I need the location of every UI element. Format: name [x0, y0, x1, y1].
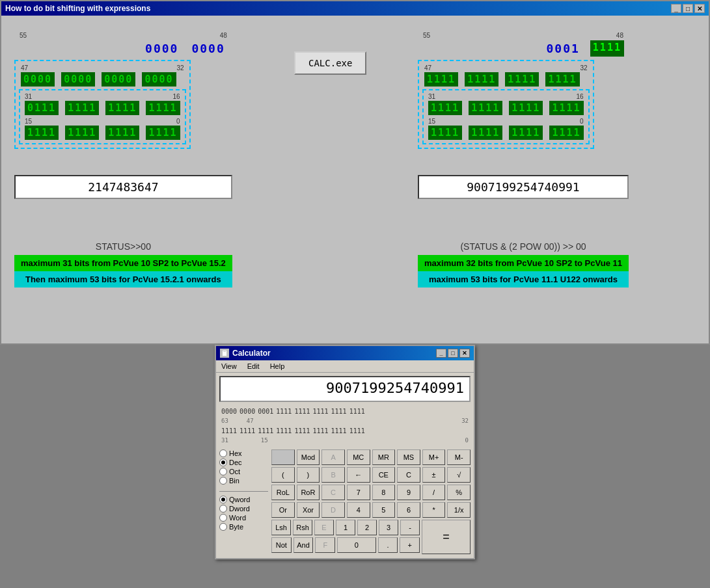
left-top-bits-1: 0000: [189, 40, 227, 57]
btn-RoR[interactable]: RoR: [297, 485, 320, 500]
btn-B[interactable]: B: [321, 467, 345, 483]
calc-buttons-area: Mod A MC MR MS M+ M- ( ) B ← CE C ± √: [271, 449, 471, 555]
btn-divide[interactable]: /: [422, 485, 446, 500]
btn-percent[interactable]: %: [447, 485, 471, 500]
btn-MC[interactable]: MC: [347, 449, 370, 465]
left-row3-3: 1111: [146, 126, 180, 140]
calc-bit-0000-2: 0000: [239, 407, 255, 416]
btn-backspace[interactable]: ←: [347, 467, 370, 483]
btn-Rsh[interactable]: Rsh: [293, 520, 312, 535]
btn-D[interactable]: D: [321, 502, 345, 518]
btn-rparen[interactable]: ): [297, 467, 320, 483]
calc-label-63: 63: [221, 417, 228, 425]
btn-Lsh[interactable]: Lsh: [271, 520, 291, 535]
left-bit0: 0: [176, 118, 180, 125]
main-window: How to do bit shifting with expressions …: [0, 0, 710, 345]
main-titlebar-controls: _ □ ✕: [671, 4, 705, 13]
btn-empty-1[interactable]: [271, 449, 295, 465]
calc-row-5: Lsh Rsh E 1 2 3 -: [271, 520, 420, 535]
btn-7[interactable]: 7: [347, 485, 370, 500]
btn-MR[interactable]: MR: [372, 449, 396, 465]
radio-bin-label: Bin: [229, 477, 239, 485]
left-top-bits-0: 0000: [143, 40, 181, 57]
btn-Xor[interactable]: Xor: [297, 502, 320, 518]
calc-close-button[interactable]: ✕: [459, 349, 470, 358]
btn-C2[interactable]: C: [321, 485, 345, 500]
btn-equals[interactable]: =: [422, 520, 471, 554]
right-row3-3: 1111: [549, 126, 583, 140]
calc-body: Hex Dec Oct Bin: [216, 446, 474, 558]
btn-MS[interactable]: MS: [397, 449, 420, 465]
radio-word-circle: [219, 514, 227, 522]
btn-4[interactable]: 4: [347, 502, 370, 518]
btn-mod[interactable]: Mod: [297, 449, 320, 465]
btn-decimal[interactable]: .: [378, 537, 398, 553]
right-row3-0: 1111: [428, 126, 462, 140]
radio-dword-circle: [219, 505, 227, 513]
btn-sqrt[interactable]: √: [447, 467, 471, 483]
right-row1-3: 1111: [545, 72, 579, 87]
btn-6[interactable]: 6: [397, 502, 420, 518]
close-button[interactable]: ✕: [694, 4, 705, 13]
btn-reciprocal[interactable]: 1/x: [447, 502, 471, 518]
btn-3[interactable]: 3: [379, 520, 398, 535]
btn-5[interactable]: 5: [372, 502, 396, 518]
radio-oct[interactable]: Oct: [219, 468, 268, 475]
radio-byte[interactable]: Byte: [219, 523, 268, 531]
btn-2[interactable]: 2: [357, 520, 377, 535]
btn-1[interactable]: 1: [336, 520, 355, 535]
calc-bit2-1111-2: 1111: [239, 427, 255, 436]
maximize-button[interactable]: □: [683, 4, 693, 13]
btn-plus[interactable]: +: [400, 537, 420, 553]
radio-hex[interactable]: Hex: [219, 449, 268, 457]
left-row2-0: 0111: [25, 101, 59, 115]
menu-help[interactable]: Help: [268, 362, 287, 371]
btn-Or[interactable]: Or: [271, 502, 295, 518]
menu-view[interactable]: View: [219, 362, 239, 371]
btn-0[interactable]: 0: [337, 537, 375, 553]
btn-8[interactable]: 8: [372, 485, 396, 500]
calc-bit2-1111-3: 1111: [258, 427, 273, 436]
btn-E[interactable]: E: [314, 520, 334, 535]
radio-word[interactable]: Word: [219, 514, 268, 522]
btn-And[interactable]: And: [294, 537, 314, 553]
btn-C[interactable]: C: [397, 467, 420, 483]
radio-qword[interactable]: Qword: [219, 496, 268, 503]
btn-F[interactable]: F: [315, 537, 335, 553]
calc-bit-1111-2: 1111: [294, 407, 310, 416]
left-row2-3: 1111: [146, 101, 180, 115]
left-status-cyan: Then maximum 53 bits for PcVue 15.2.1 on…: [14, 271, 232, 287]
btn-CE[interactable]: CE: [372, 467, 396, 483]
btn-lparen[interactable]: (: [271, 467, 295, 483]
right-bit47: 47: [424, 64, 431, 72]
calc-minimize-button[interactable]: _: [436, 349, 446, 358]
btn-Mminus[interactable]: M-: [447, 449, 471, 465]
right-bit48-label: 48: [616, 32, 623, 39]
btn-Mplus[interactable]: M+: [422, 449, 446, 465]
radio-hex-label: Hex: [229, 449, 242, 457]
btn-RoL[interactable]: RoL: [271, 485, 295, 500]
left-value-display: 2147483647: [14, 175, 232, 199]
calc-row-5-wrap: Lsh Rsh E 1 2 3 - Not And F 0 . +: [271, 520, 471, 555]
radio-qword-circle: [219, 496, 227, 503]
calc-exe-button[interactable]: CALC.exe: [294, 51, 366, 75]
calc-maximize-button[interactable]: □: [448, 349, 458, 358]
btn-plusminus[interactable]: ±: [422, 467, 446, 483]
btn-multiply[interactable]: *: [422, 502, 446, 518]
minimize-button[interactable]: _: [671, 4, 681, 13]
right-bit31: 31: [428, 93, 435, 100]
btn-9[interactable]: 9: [397, 485, 420, 500]
right-value-display: 9007199254740991: [418, 175, 629, 199]
left-inner-box: 31 16 0111 1111 1111 1111 15 0 1111: [19, 89, 186, 144]
btn-A[interactable]: A: [321, 449, 345, 465]
menu-edit[interactable]: Edit: [245, 362, 262, 371]
right-bit63-label: 55: [423, 32, 430, 39]
radio-dword[interactable]: Dword: [219, 505, 268, 513]
radio-dec[interactable]: Dec: [219, 459, 268, 466]
btn-minus[interactable]: -: [400, 520, 420, 535]
right-top-bits-0: 0001: [543, 40, 582, 57]
calc-bit-1111-1: 1111: [276, 407, 292, 416]
calc-bit-1111-4: 1111: [331, 407, 347, 416]
radio-bin[interactable]: Bin: [219, 477, 268, 485]
btn-Not[interactable]: Not: [271, 537, 292, 553]
